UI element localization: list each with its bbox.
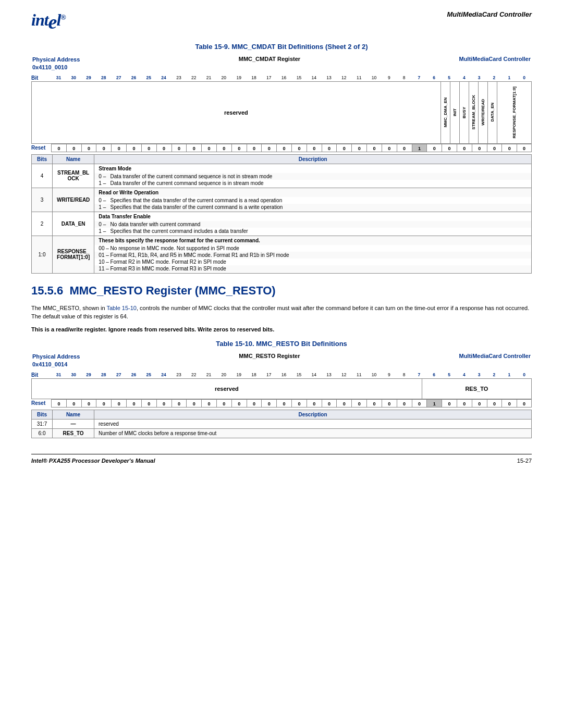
bit-init: INIT [450, 82, 460, 143]
bit-label: Bit [31, 75, 51, 81]
table2-container: Table 15-10. MMC_RESTO Bit Definitions P… [31, 340, 532, 438]
table-row: 11 – Format R3 in MMC mode. Format R3 in… [32, 265, 532, 274]
col2-bits: Bits [32, 410, 53, 419]
bit-data-en: DATA_EN [488, 82, 497, 143]
table-row: 2 DATA_EN Data Transfer Enable [32, 212, 532, 221]
table1-reset-row: Reset 0 0 0 0 0 0 0 0 0 0 0 0 0 0 0 0 0 … [31, 144, 532, 152]
table-row: 31:7 — reserved [32, 419, 532, 428]
table1-reg-name: MMC_CMDAT Register [239, 56, 300, 62]
table-row: 00 – No response in MMC mode. Not suppor… [32, 245, 532, 252]
bit-label2: Bit [31, 372, 51, 378]
table-row: 10 – Format R2 in MMC mode. Format R2 in… [32, 258, 532, 265]
table1-title: Table 15-9. MMC_CMDAT Bit Definitions (S… [31, 43, 532, 51]
bit-busy: BUSY [460, 82, 469, 143]
page-header: intel® MultiMediaCard Controller [31, 10, 532, 33]
bit-numbers-grid: 31 30 29 28 27 26 25 24 23 22 21 20 19 1… [51, 75, 532, 81]
footer-right: 15-27 [517, 458, 532, 464]
table1-bit-numbers-row: Bit 31 30 29 28 27 26 25 24 23 22 21 20 … [31, 75, 532, 81]
table-row: 1 – Specifies that the data transfer of … [32, 204, 532, 212]
table2-title: Table 15-10. MMC_RESTO Bit Definitions [31, 340, 532, 348]
table1-phys-addr: Physical Address 0x4110_0010 [32, 56, 80, 72]
table-row: 6:0 RES_TO Number of MMC clocks before a… [32, 428, 532, 438]
table-row: 1 – Specifies that the current command i… [32, 228, 532, 236]
table-row: 0 – No data transfer with current comman… [32, 221, 532, 228]
table2-reg-header: Physical Address 0x4110_0014 MMC_RESTO R… [31, 353, 532, 369]
table-row: 01 – Format R1, R1b, R4, and R5 in MMC m… [32, 252, 532, 258]
table1-desc-table: Bits Name Description 4 STREAM_BL OCK St… [31, 154, 532, 274]
table-row: 0 – Specifies that the data transfer of … [32, 197, 532, 204]
reset-label: Reset [31, 145, 51, 151]
table-row: 1:0 RESPONSE_ FORMAT[1:0] These bits spe… [32, 236, 532, 245]
bit-response-format: RESPONSE_FORMAT[1:0] [497, 82, 531, 143]
table2-bit-numbers-grid: 31 30 29 28 27 26 25 24 23 22 21 20 19 1… [51, 372, 532, 378]
section-heading: 15.5.6 MMC_RESTO Register (MMC_RESTO) [31, 284, 532, 298]
footer-left: Intel® PXA255 Processor Developer's Manu… [31, 458, 155, 464]
col-bits: Bits [32, 154, 53, 164]
table1-reg-header: Physical Address 0x4110_0010 MMC_CMDAT R… [31, 56, 532, 72]
bit-stream-block: STREAM_BLOCK [469, 82, 479, 143]
resto-block: RES_TO [422, 379, 531, 399]
col-name: Name [53, 154, 94, 164]
table1-container: Table 15-9. MMC_CMDAT Bit Definitions (S… [31, 43, 532, 274]
table2-reset-row: Reset 0 0 0 0 0 0 0 0 0 0 0 0 0 0 0 0 0 … [31, 399, 532, 408]
table2-register-diagram: reserved RES_TO [31, 378, 532, 399]
table1-controller: MultiMediaCard Controller [459, 56, 531, 62]
reserved-block2: reserved [32, 379, 422, 399]
col2-name: Name [53, 410, 94, 419]
table-row: 1 – Data transfer of the current command… [32, 180, 532, 188]
table2-bit-numbers-row: Bit 31 30 29 28 27 26 25 24 23 22 21 20 … [31, 372, 532, 378]
table2-reset-values-grid: 0 0 0 0 0 0 0 0 0 0 0 0 0 0 0 0 0 0 0 0 … [51, 399, 532, 408]
table2-desc-table: Bits Name Description 31:7 — reserved 6:… [31, 410, 532, 438]
table2-controller: MultiMediaCard Controller [459, 353, 531, 359]
table-row: 4 STREAM_BL OCK Stream Mode [32, 164, 532, 173]
section-body: The MMC_RESTO, shown in Table 15-10, con… [31, 304, 532, 321]
intel-logo: intel® [31, 10, 66, 33]
reset-values-grid: 0 0 0 0 0 0 0 0 0 0 0 0 0 0 0 0 0 0 0 0 … [51, 144, 532, 152]
table2-phys-addr: Physical Address 0x4110_0014 [32, 353, 80, 369]
bit-mmc-dma-en: MMC_DMA_EN [441, 82, 450, 143]
col2-desc: Description [94, 410, 532, 419]
table-row: 3 WRITE/READ Read or Write Operation [32, 188, 532, 197]
header-subtitle: MultiMediaCard Controller [447, 10, 532, 18]
bit-write-read: WRITE/READ [479, 82, 488, 143]
reserved-block: reserved [32, 82, 441, 143]
bold-note: This is a read/write register. Ignore re… [31, 326, 532, 332]
reset-label2: Reset [31, 400, 51, 406]
table1-register-diagram: reserved MMC_DMA_EN INIT BUSY STREAM_BLO… [31, 81, 532, 144]
table2-reg-name: MMC_RESTO Register [239, 353, 300, 359]
page-footer: Intel® PXA255 Processor Developer's Manu… [31, 454, 532, 464]
col-desc: Description [94, 154, 532, 164]
table-row: 0 – Data transfer of the current command… [32, 173, 532, 180]
